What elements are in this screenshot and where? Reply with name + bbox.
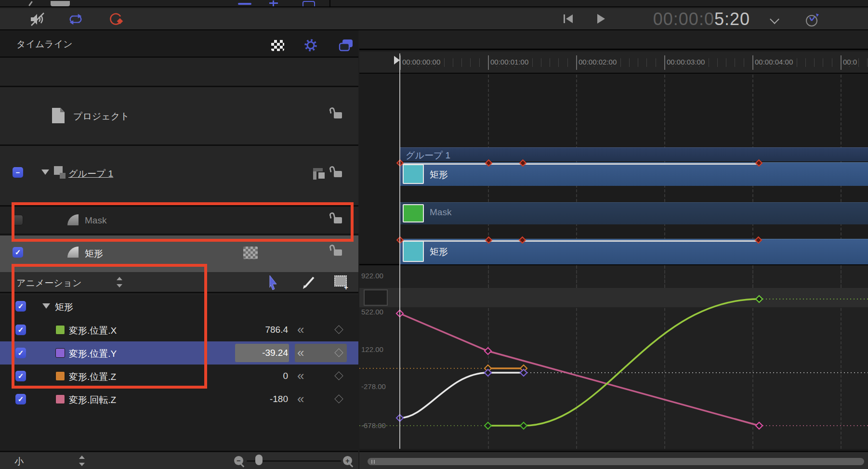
pos-z-color-swatch — [55, 371, 65, 381]
rect-shape-icon — [67, 247, 79, 258]
back-chevron-icon[interactable] — [28, 1, 33, 6]
toolbar-blue-rect-partial[interactable] — [302, 1, 315, 6]
timecode-options-chevron-icon[interactable] — [770, 14, 779, 24]
pos-y-label[interactable]: 変形.位置.Y — [69, 348, 117, 360]
ruler-minor-tick — [656, 58, 656, 67]
curve-keyframe-diamond[interactable] — [756, 296, 763, 302]
ruler-minor-tick — [709, 58, 709, 67]
go-to-start-bar — [564, 14, 565, 23]
pos-z-add-keyframe-icon[interactable] — [334, 371, 343, 380]
playhead-line[interactable] — [399, 53, 400, 449]
record-animation-icon[interactable] — [107, 12, 123, 26]
rect-activation-checkbox[interactable]: ✓ — [13, 247, 23, 258]
pos-x-label[interactable]: 変形.位置.X — [69, 325, 117, 337]
curve-keyframe-diamond[interactable] — [520, 422, 527, 429]
param-rect-checkbox[interactable]: ✓ — [15, 301, 26, 312]
pos-y-value[interactable]: -39.24 — [235, 348, 288, 358]
graph-value-label: -278.00 — [361, 382, 386, 391]
param-rect-label[interactable]: 矩形 — [55, 301, 73, 313]
pos-y-checkbox[interactable]: ✓ — [15, 348, 26, 358]
pos-z-label[interactable]: 変形.位置.Z — [69, 371, 116, 383]
timeline-zoom-slider-knob[interactable] — [255, 455, 263, 465]
toolbar-divider — [329, 0, 330, 7]
track-bar-rect-1[interactable]: 矩形 — [400, 162, 868, 186]
layer-row-project[interactable]: プロジェクト — [0, 87, 358, 144]
pos-x-add-keyframe-icon[interactable] — [334, 325, 343, 334]
rot-z-label[interactable]: 変形.回転.Z — [69, 394, 116, 406]
project-label[interactable]: プロジェクト — [73, 110, 130, 123]
layers-icon[interactable] — [338, 38, 354, 52]
ruler-minor-tick — [567, 58, 568, 67]
keyframe-curve-editor[interactable]: 922.00522.00122.00-278.00-678.00 — [359, 264, 868, 449]
toolbar-blue-icon-partial[interactable] — [238, 3, 251, 5]
param-row-position-y-selected[interactable]: ✓ 変形.位置.Y -39.24 « — [0, 341, 358, 365]
curve-keyframe-diamond[interactable] — [520, 369, 527, 376]
rect-bar1-thumbnail[interactable] — [403, 164, 424, 184]
group-activation-checkbox[interactable]: – — [13, 167, 23, 178]
group-disclosure-triangle[interactable] — [41, 169, 49, 175]
gear-settings-icon[interactable] — [303, 38, 318, 52]
unlock-body — [334, 171, 342, 177]
curve-keyframe-diamond[interactable] — [756, 422, 763, 429]
animation-stepper[interactable] — [116, 277, 122, 287]
layer-row-mask[interactable]: Mask — [0, 207, 358, 234]
pos-x-prev-keyframe-icon[interactable]: « — [297, 325, 304, 334]
zoom-in-icon[interactable]: + — [343, 456, 352, 465]
curve-keyframe-diamond[interactable] — [485, 369, 491, 376]
play-button[interactable] — [597, 14, 605, 24]
track-size-stepper[interactable] — [78, 456, 85, 466]
pos-z-checkbox[interactable]: ✓ — [15, 371, 26, 381]
pos-z-value[interactable]: 0 — [235, 371, 288, 381]
track-size-value[interactable]: 小 — [14, 456, 24, 468]
ruler-timecode-label: 00:0 — [842, 58, 858, 66]
graph-value-label: 922.00 — [361, 272, 383, 280]
mask-bar-thumbnail[interactable] — [403, 204, 424, 222]
pos-y-prev-keyframe-icon[interactable]: « — [297, 348, 304, 357]
timeline-left-panel: タイムライン プロジェクト – — [0, 30, 358, 469]
toolbar-button-partial[interactable] — [51, 1, 70, 6]
rect-opacity-swatch[interactable] — [243, 247, 258, 259]
timing-display-icon[interactable] — [804, 13, 820, 28]
pencil-keyframe-tool-icon[interactable] — [302, 275, 316, 289]
rot-z-prev-keyframe-icon[interactable]: « — [297, 394, 304, 404]
curve-keyframe-diamond[interactable] — [485, 348, 491, 354]
loop-playback-icon[interactable] — [67, 12, 84, 26]
rot-z-add-keyframe-icon[interactable] — [334, 394, 343, 403]
show-opacity-checker-icon[interactable] — [271, 40, 284, 51]
position-y-curve-selected — [400, 373, 524, 418]
horizontal-scrollbar-thumb[interactable] — [368, 458, 864, 465]
rect-bar2-thumbnail[interactable] — [403, 241, 424, 262]
pos-x-value[interactable]: 786.4 — [235, 325, 288, 335]
ruler-minor-tick — [550, 58, 550, 67]
param-rect-disclosure[interactable] — [42, 303, 50, 309]
rot-z-value[interactable]: -180 — [235, 394, 288, 404]
mute-icon[interactable] — [29, 12, 46, 26]
timeline-ruler[interactable]: 00:00:00:0000:00:01:0000:00:02:0000:00:0… — [359, 52, 868, 74]
ruler-minor-tick — [726, 58, 726, 67]
track-bar-group1[interactable]: グループ 1 — [400, 147, 868, 161]
param-row-position-x[interactable]: ✓ 変形.位置.X 786.4 « — [0, 318, 358, 341]
param-row-rotation-z[interactable]: ✓ 変形.回転.Z -180 « — [0, 388, 358, 411]
pos-x-checkbox[interactable]: ✓ — [15, 325, 26, 335]
param-row-position-z[interactable]: ✓ 変形.位置.Z 0 « — [0, 365, 358, 388]
mask-activation-checkbox[interactable] — [13, 215, 23, 225]
zoom-out-icon[interactable]: − — [234, 456, 243, 465]
curve-keyframe-diamond[interactable] — [485, 422, 491, 429]
ruler-minor-tick — [814, 58, 815, 67]
select-cursor-icon[interactable] — [267, 275, 279, 290]
track-bar-rect-2[interactable]: 矩形 — [400, 239, 868, 264]
ruler-timecode-label: 00:00:01:00 — [489, 58, 529, 66]
rot-z-checkbox[interactable]: ✓ — [15, 394, 26, 404]
layer-row-rect-selected[interactable]: ✓ 矩形 — [0, 234, 358, 272]
timecode-display[interactable]: 00:00:05:20 — [653, 9, 750, 29]
ruler-minor-tick — [638, 58, 638, 67]
group-label[interactable]: グループ 1 — [68, 168, 113, 180]
track-bar-mask[interactable]: Mask — [400, 202, 868, 224]
layer-row-group1[interactable]: – グループ 1 — [0, 146, 358, 205]
rect-label[interactable]: 矩形 — [85, 248, 103, 260]
mask-label[interactable]: Mask — [85, 215, 106, 226]
timeline-title-row: タイムライン — [0, 30, 358, 56]
unlock-body — [334, 112, 342, 118]
pos-z-prev-keyframe-icon[interactable]: « — [297, 371, 304, 380]
param-group-row-rect[interactable]: ✓ 矩形 — [0, 295, 358, 318]
